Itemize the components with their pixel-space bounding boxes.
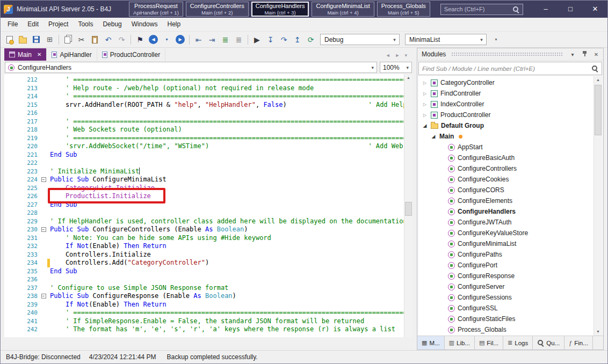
line-number[interactable]: 215 — [4, 101, 40, 110]
titlebar-search-box[interactable]: Search (Ctrl+F) — [440, 4, 523, 15]
minimize-button[interactable]: – — [533, 1, 558, 18]
line-number[interactable]: 212 — [4, 76, 40, 84]
chevron-down-icon[interactable]: ▾ — [371, 65, 374, 70]
navigate-back-dropdown-icon[interactable]: ▾ — [161, 33, 173, 46]
code-line-234[interactable]: 234 Controllers.Add("CategoryController"… — [4, 259, 404, 267]
tree-item-default-group[interactable]: ◢Default Group — [418, 120, 593, 131]
quick-tab-configurecontrollers[interactable]: ConfigureControllersMain (ctrl + 2) — [186, 2, 249, 17]
tree-item-appstart[interactable]: AppStart — [418, 142, 593, 152]
line-number[interactable]: 240 — [4, 309, 40, 317]
step-into-icon[interactable]: ↧ — [264, 33, 277, 46]
panel-menu-icon[interactable]: ▾ — [568, 52, 577, 57]
comment-icon[interactable]: ≣ — [219, 33, 231, 46]
tree-item-configureport[interactable]: ConfigurePort — [418, 260, 593, 271]
menu-windows[interactable]: Windows — [127, 18, 163, 31]
chevron-down-icon[interactable]: ▾ — [406, 65, 409, 70]
code-line-241[interactable]: 241 ' If SimpleResponse.Enable = False, … — [4, 317, 404, 326]
tree-item-configurepaths[interactable]: ConfigurePaths — [418, 249, 593, 260]
tree-item-configurebasicauth[interactable]: ConfigureBasicAuth — [418, 152, 593, 163]
run-icon[interactable]: ▶ — [251, 33, 263, 46]
close-button[interactable]: ✕ — [583, 1, 607, 18]
panel-tab-modules[interactable]: ▦M... — [417, 336, 445, 350]
step-out-icon[interactable]: ↥ — [291, 33, 303, 46]
tree-collapsed-icon[interactable]: ▷ — [422, 81, 428, 85]
tree-expanded-icon[interactable]: ◢ — [430, 134, 437, 139]
sub-selector-dropdown[interactable]: ConfigureHandlers ▾ — [5, 62, 377, 73]
panel-tab-libraries[interactable]: ▥Lib... — [445, 336, 475, 350]
paste-icon[interactable] — [89, 33, 101, 46]
fold-collapse-icon[interactable]: − — [41, 294, 46, 299]
line-number[interactable]: 225 — [4, 184, 40, 193]
fold-collapse-icon[interactable]: − — [41, 177, 46, 182]
code-line-225[interactable]: 225 CategoryList.Initialize — [4, 184, 404, 193]
chevron-down-icon[interactable]: ▾ — [390, 37, 399, 42]
zoom-dropdown[interactable]: 100% ▾ — [380, 62, 412, 73]
save-all-icon[interactable]: ⊞ — [44, 33, 56, 46]
tree-item-configurecontrollers[interactable]: ConfigureControllers — [418, 163, 593, 174]
tree-item-configurestaticfiles[interactable]: ConfigureStaticFiles — [418, 314, 593, 324]
menu-help[interactable]: Help — [162, 18, 185, 31]
pin-icon[interactable] — [580, 50, 589, 58]
panel-grip[interactable] — [451, 52, 563, 57]
search-icon[interactable] — [591, 65, 598, 72]
line-number[interactable]: 239 — [4, 301, 40, 309]
panel-close-icon[interactable]: ✕ — [592, 52, 600, 57]
scroll-up-icon[interactable]: ▲ — [594, 76, 602, 84]
editor-tab-main[interactable]: Main✕ — [4, 48, 47, 61]
modules-search-box[interactable]: Find Sub / Module / Line number (Ctrl+E) — [418, 62, 602, 75]
tree-expanded-icon[interactable]: ◢ — [422, 123, 428, 128]
quick-tab-processrequest[interactable]: ProcessRequestApiHandler (ctrl + 1) — [129, 2, 183, 17]
line-number[interactable]: 227 — [4, 201, 40, 209]
indent-increase-icon[interactable]: ⇥ — [206, 33, 218, 46]
tab-list-icon[interactable]: ▾ — [404, 53, 407, 58]
line-number[interactable]: 228 — [4, 209, 40, 217]
line-number[interactable]: 238 — [4, 292, 40, 301]
code-line-212[interactable]: 212 ' ==================================… — [4, 76, 404, 84]
navigate-back-icon[interactable]: ◀ — [147, 33, 160, 46]
menu-file[interactable]: File — [3, 18, 23, 31]
tree-collapsed-icon[interactable]: ▷ — [422, 91, 428, 96]
tree-item-indexcontroller[interactable]: ▷IndexController — [418, 99, 593, 110]
scroll-up-icon[interactable]: ▲ — [404, 74, 412, 82]
code-line-227[interactable]: 227End Sub — [4, 201, 404, 209]
code-line-214[interactable]: 214 ' ==================================… — [4, 92, 404, 101]
resume-icon[interactable]: ⟳ — [305, 33, 317, 46]
line-number[interactable]: 230 — [4, 225, 40, 234]
navigate-forward-icon[interactable]: ▶ — [174, 33, 186, 46]
modules-scrollbar-thumb[interactable] — [595, 85, 602, 135]
pane-splitter[interactable] — [412, 48, 417, 350]
code-line-220[interactable]: 220 'srvr.AddWebSocket("/time", "WSTime"… — [4, 142, 404, 151]
code-editor[interactable]: 212 ' ==================================… — [4, 74, 412, 337]
code-line-221[interactable]: 221End Sub — [4, 151, 404, 159]
tree-item-configureserver[interactable]: ConfigureServer — [418, 281, 593, 292]
line-number[interactable]: 217 — [4, 118, 40, 126]
code-line-230[interactable]: 230−Public Sub ConfigureControllers (Ena… — [4, 225, 404, 234]
build-configuration-select[interactable]: Debug▾ — [320, 34, 400, 45]
menu-debug[interactable]: Debug — [98, 18, 126, 31]
editor-tab-apihandler[interactable]: ApiHandler — [47, 48, 97, 61]
code-line-242[interactable]: 242 ' The format has 'm', 'e', 's', 'r',… — [4, 325, 404, 334]
maximize-button[interactable]: □ — [558, 1, 583, 18]
save-icon[interactable] — [30, 33, 42, 46]
tree-item-configureresponse[interactable]: ConfigureResponse — [418, 271, 593, 281]
tree-item-configureminimalist[interactable]: ConfigureMinimaList — [418, 238, 593, 249]
tree-item-configurekeyvaluestore[interactable]: ConfigureKeyValueStore — [418, 228, 593, 238]
code-line-229[interactable]: 229' If HelpHandler is used, controller … — [4, 217, 404, 226]
tab-close-icon[interactable]: ✕ — [37, 52, 41, 57]
code-line-238[interactable]: 238−Public Sub ConfigureResponse (Enable… — [4, 292, 404, 301]
tree-item-categorycontroller[interactable]: ▷CategoryController — [418, 77, 593, 88]
editor-scrollbar[interactable]: ▲ — [404, 74, 412, 337]
scroll-down-icon[interactable]: ▼ — [594, 328, 602, 336]
line-number[interactable]: 220 — [4, 142, 40, 151]
editor-tab-productcontroller[interactable]: ProductController — [97, 48, 165, 61]
code-line-222[interactable]: 222 — [4, 159, 404, 168]
code-line-237[interactable]: 237' Configure to use Simple JSON Respon… — [4, 284, 404, 293]
indent-decrease-icon[interactable]: ⇤ — [192, 33, 205, 46]
code-line-239[interactable]: 239 If Not(Enable) Then Return — [4, 301, 404, 309]
line-number[interactable]: 234 — [4, 259, 40, 267]
panel-tab-quick-search[interactable]: Qu... — [533, 336, 564, 350]
bookmark-icon[interactable]: ⚑ — [134, 33, 146, 46]
menu-tools[interactable]: Tools — [73, 18, 98, 31]
copy-icon[interactable] — [62, 33, 74, 46]
tree-collapsed-icon[interactable]: ▷ — [422, 102, 428, 107]
